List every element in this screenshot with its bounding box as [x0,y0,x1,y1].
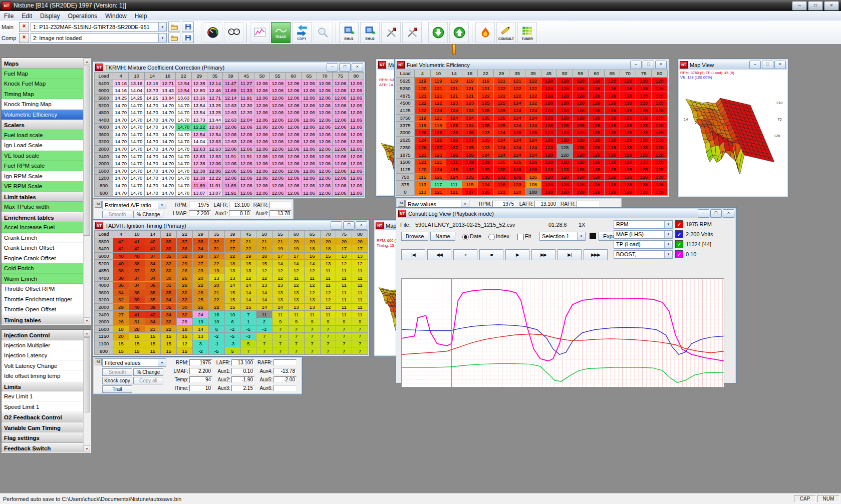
burn-button[interactable] [475,22,495,43]
map-cell[interactable]: 14.70 [129,167,144,175]
map-cell[interactable]: 128 [557,122,573,129]
map-cell[interactable]: 127 [462,188,478,196]
map-cell[interactable]: 12.06 [207,167,222,175]
window-title-bar[interactable]: NTFuel Volumetric Efficiency–□× [396,60,668,70]
map-cell[interactable]: 14 [193,325,209,333]
maximize-button[interactable]: □ [643,61,654,69]
map-cell[interactable]: 27 [113,311,129,318]
map-cell[interactable]: 128 [557,85,573,92]
map-cell[interactable]: 12.63 [207,153,222,160]
map-cell[interactable]: 12 [320,303,336,311]
map-cell[interactable]: 12.06 [301,145,317,153]
map-cell[interactable]: 14.70 [144,138,160,146]
map-cell[interactable]: 7 [352,333,368,340]
map-cell[interactable]: 14 [256,289,272,296]
panel-button-smooth[interactable]: Smooth [102,211,132,218]
map-cell[interactable]: 126 [525,129,541,137]
map-cell[interactable]: 12.06 [270,189,286,197]
map-cell[interactable]: 122 [430,100,446,107]
map-cell[interactable]: 12.06 [301,138,317,146]
map-cell[interactable]: 14.70 [113,145,129,153]
map-cell[interactable]: 12.63 [223,116,238,124]
map-cell[interactable]: 12 [304,289,320,296]
map-cell[interactable]: 9 [288,318,304,325]
emu2-button[interactable]: EMU2 [360,22,380,43]
map-cell[interactable]: 126 [462,129,478,137]
map-cell[interactable]: 35 [161,289,177,296]
map-cell[interactable]: 7 [304,347,320,355]
trace-button[interactable]: TRACE [271,22,291,43]
map-cell[interactable]: 128 [620,122,636,129]
map-cell[interactable]: 12.06 [333,145,348,153]
map-cell[interactable]: 32 [208,238,224,245]
map-cell[interactable]: 125 [493,114,509,122]
map-cell[interactable]: 128 [589,100,605,107]
sidebar-item-ign-rpm-scale[interactable]: Ign RPM Scale [2,171,84,182]
sidebar-item-injection-control[interactable]: Injection Control [2,330,84,340]
map-cell[interactable]: 7 [336,333,352,340]
map-cell[interactable]: 12.06 [333,153,348,160]
sidebar-item-limit-tables[interactable]: Limit tables [2,192,84,202]
map-cell[interactable]: 11 [304,274,320,282]
map-cell[interactable]: 29 [113,303,129,311]
map-cell[interactable]: 27 [208,252,224,260]
map-cell[interactable]: 121 [462,85,478,92]
map-cell[interactable]: 12.06 [286,94,301,102]
map-cell[interactable]: 122 [478,92,494,100]
map-cell[interactable]: 127 [446,144,462,151]
map-cell[interactable]: 11 [336,303,352,311]
map-cell[interactable]: 126 [462,151,478,159]
map-cell[interactable]: 18 [320,245,336,253]
map-cell[interactable]: 121 [430,173,446,181]
map-cell[interactable]: 116 [525,173,541,181]
map-cell[interactable]: 16 [208,311,224,318]
map-cell[interactable]: 12.06 [301,189,317,197]
map-cell[interactable]: 128 [620,173,636,181]
map-cell[interactable]: 14.70 [160,102,175,109]
map-cell[interactable]: 11.69 [223,182,238,189]
map-cell[interactable]: 20 [288,238,304,245]
map-cell[interactable]: 12.63 [207,124,222,131]
map-cell[interactable]: 14.70 [113,131,129,138]
map-cell[interactable]: 14.70 [144,145,160,153]
map-cell[interactable]: 36 [177,245,193,253]
map-cell[interactable]: 119 [415,114,431,122]
map-cell[interactable]: 12.06 [238,145,254,153]
map-cell[interactable]: 12.06 [333,94,348,102]
map-cell[interactable]: -2 [208,333,224,340]
map-cell[interactable]: 15 [320,252,336,260]
map-cell[interactable]: 7 [304,325,320,333]
sidebar-item-injection-multiplier[interactable]: Injection Multiplier [2,340,84,351]
map-cell[interactable]: 32 [161,318,177,325]
map-cell[interactable]: 14.70 [176,102,191,109]
map-cell[interactable]: 12.06 [254,131,269,138]
map-cell[interactable]: 12.06 [301,116,317,124]
minimize-button[interactable]: – [749,61,761,69]
map-cell[interactable]: 12.30 [238,102,254,109]
menu-display[interactable]: Display [36,11,64,21]
map-cell[interactable]: 11.27 [238,80,254,87]
map-cell[interactable]: 123 [462,100,478,107]
map-cell[interactable]: 12.38 [191,167,207,175]
map-cell[interactable]: 11.91 [238,94,254,102]
map-cell[interactable]: 124 [430,166,446,173]
map-cell[interactable]: 125 [493,122,509,129]
map-cell[interactable]: 38 [129,260,145,267]
map-cell[interactable]: 14.16 [113,87,129,95]
map-cell[interactable]: 7 [336,325,352,333]
chevron-down-icon[interactable]: ▼ [664,231,672,238]
map-cell[interactable]: 12.06 [254,109,269,116]
map-cell[interactable]: 12.06 [223,131,238,138]
map-cell[interactable]: 122 [493,92,509,100]
chevron-down-icon[interactable]: ▼ [664,251,672,258]
map-cell[interactable]: 128 [652,181,668,188]
map-cell[interactable]: 12 [256,274,272,282]
map-cell[interactable]: 30 [161,274,177,282]
map-cell[interactable]: 12.06 [301,153,317,160]
map-cell[interactable]: 15 [145,340,161,347]
map-cell[interactable]: 11.69 [191,182,207,189]
map-cell[interactable]: 128 [573,151,589,159]
map-cell[interactable]: 130 [478,173,494,181]
sidebar-item-max-tpulse-width[interactable]: Max TPulse width [2,202,84,212]
map-cell[interactable]: 128 [604,92,620,100]
